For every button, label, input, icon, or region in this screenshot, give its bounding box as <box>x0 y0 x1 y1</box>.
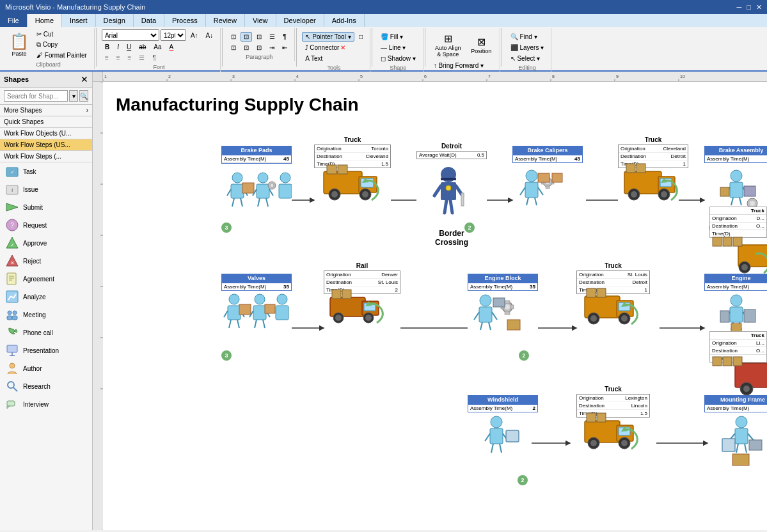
tab-home[interactable]: Home <box>28 14 62 27</box>
underline-button[interactable]: U <box>123 42 134 52</box>
para-align-bl[interactable]: ⊡ <box>228 43 239 52</box>
align-right-button[interactable]: ≡ <box>125 53 135 63</box>
tab-developer[interactable]: Developer <box>276 14 324 27</box>
align-left-button[interactable]: ≡ <box>102 53 112 63</box>
tab-addins[interactable]: Add-Ins <box>324 14 365 27</box>
tab-design[interactable]: Design <box>96 14 134 27</box>
cut-button[interactable]: ✂ Cut <box>33 29 90 39</box>
para-align-tc[interactable]: ⊡ <box>241 32 252 42</box>
shape-item-meeting[interactable]: Meeting <box>0 306 92 324</box>
find-button[interactable]: 🔍 Find ▾ <box>507 32 541 42</box>
para-align-tl[interactable]: ⊡ <box>228 32 239 42</box>
sidebar-item-quick-shapes[interactable]: Quick Shapes <box>0 116 92 128</box>
truck4-shape[interactable] <box>581 408 642 460</box>
shape-item-research[interactable]: Research <box>0 377 92 395</box>
truck4-orig-label: Origination <box>579 395 604 401</box>
shape-item-issue[interactable]: ! Issue <box>0 180 92 198</box>
search-button[interactable]: 🔍 <box>79 90 88 102</box>
bring-forward-button[interactable]: ↑ Bring Forward ▾ <box>431 61 487 70</box>
truck1-shape[interactable] <box>320 159 384 211</box>
tab-review[interactable]: Review <box>206 14 245 27</box>
para-extra[interactable]: ¶ <box>280 32 289 42</box>
text-button[interactable]: A Text <box>302 54 326 63</box>
pointer-tool-button[interactable]: ↖ Pointer Tool ▾ <box>302 32 354 42</box>
canvas-paper[interactable]: Manufacturing Supply Chain Brake Pads As… <box>103 82 767 530</box>
line-button[interactable]: — Line ▾ <box>377 43 409 52</box>
valves-node[interactable]: Valves Assembly Time(M) 35 <box>221 274 292 291</box>
more-shapes-button[interactable]: More Shapes › <box>0 105 92 116</box>
shape-item-approve[interactable]: ✓ Approve <box>0 234 92 252</box>
mounting-frame-shape[interactable] <box>709 414 767 473</box>
shape-item-presentation[interactable]: Presentation <box>0 341 92 359</box>
brake-calipers-shape[interactable] <box>512 168 576 221</box>
valves-shape[interactable] <box>221 293 292 345</box>
fill-button[interactable]: 🪣 Fill ▾ <box>377 32 406 42</box>
shape-item-agreement[interactable]: Agreement <box>0 270 92 288</box>
font-family-select[interactable]: Arial Times New Roman <box>102 29 159 41</box>
font-size-select[interactable]: 12pt. 10pt. 14pt. <box>161 29 186 41</box>
para-align-br[interactable]: ⊡ <box>253 43 265 52</box>
shape-item-author[interactable]: Author <box>0 359 92 377</box>
auto-align-button[interactable]: ⊞ Auto Align & Space <box>431 31 466 59</box>
shape-item-reject[interactable]: ✕ Reject <box>0 252 92 270</box>
sidebar-item-workflow-steps[interactable]: Work Flow Steps (US... <box>0 139 92 151</box>
maximize-btn[interactable]: □ <box>747 3 751 12</box>
italic-button[interactable]: I <box>114 42 122 52</box>
sidebar-item-workflow-steps-2[interactable]: Work Flow Steps (... <box>0 151 92 162</box>
copy-button[interactable]: ⧉ Copy <box>33 40 90 50</box>
changecase-button[interactable]: Aa <box>150 42 164 52</box>
close-btn[interactable]: ✕ <box>756 3 762 12</box>
para-indent-out[interactable]: ⇤ <box>279 43 290 52</box>
windshield-node[interactable]: Windshield Assembly Time(M) 2 <box>468 395 538 412</box>
shape-item-task[interactable]: ✓ Task <box>0 162 92 180</box>
brake-assembly-node[interactable]: Brake Assembly Assembly Time(M) 45 <box>704 146 767 163</box>
detroit-node[interactable]: Detroit Average Wait(D) 0.5 <box>416 143 487 159</box>
layers-button[interactable]: ⬛ Layers ▾ <box>507 43 548 52</box>
shape-item-analyze[interactable]: Analyze <box>0 288 92 306</box>
tab-process[interactable]: Process <box>164 14 206 27</box>
brake-calipers-node[interactable]: Brake Calipers Assembly Time(M) 45 <box>512 146 583 163</box>
para-align-tr[interactable]: ⊡ <box>253 32 265 42</box>
bullet-button[interactable]: ☰ <box>136 53 148 63</box>
select-button[interactable]: ↖ Select ▾ <box>507 54 543 63</box>
brake-pads-node[interactable]: Brake Pads Assembly Time(M) 45 <box>221 146 292 164</box>
truck3-shape[interactable] <box>581 283 642 336</box>
truck2-shape[interactable] <box>621 159 682 211</box>
engine-block-node[interactable]: Engine Block Assembly Time(M) 35 <box>468 274 538 291</box>
search-dropdown-btn[interactable]: ▾ <box>69 90 78 102</box>
align-center-button[interactable]: ≡ <box>113 53 123 63</box>
minimize-btn[interactable]: ─ <box>737 3 742 12</box>
canvas-scroll[interactable]: Manufacturing Supply Chain Brake Pads As… <box>103 82 767 530</box>
para-list[interactable]: ☰ <box>266 32 278 42</box>
shadow-button[interactable]: ◻ Shadow ▾ <box>377 54 419 63</box>
shape-item-submit[interactable]: Submit <box>0 198 92 216</box>
bold-button[interactable]: B <box>102 42 113 52</box>
sidebar-close-icon[interactable]: ✕ <box>81 74 88 84</box>
shape-item-interview[interactable]: Interview <box>0 395 92 413</box>
position-button[interactable]: ⊠ Position <box>467 34 496 56</box>
border-crossing-shape[interactable] <box>416 165 480 224</box>
para-indent-in[interactable]: ⇥ <box>266 43 278 52</box>
sidebar-item-workflow-objects[interactable]: Work Flow Objects (U... <box>0 128 92 139</box>
tool-extra[interactable]: □ <box>356 32 366 42</box>
search-input[interactable] <box>4 90 68 102</box>
font-shrink-button[interactable]: A↓ <box>203 31 217 40</box>
windshield-shape[interactable] <box>471 414 528 467</box>
strikethrough-button[interactable]: ab <box>136 42 149 52</box>
tab-data[interactable]: Data <box>134 14 164 27</box>
engine-block-shape[interactable] <box>468 293 532 345</box>
fontcolor-button[interactable]: A <box>166 42 177 52</box>
brake-pads-shape[interactable] <box>221 168 292 221</box>
para-align-bc[interactable]: ⊡ <box>241 43 252 52</box>
tab-view[interactable]: View <box>245 14 276 27</box>
format-painter-button[interactable]: 🖌 Format Painter <box>33 51 90 60</box>
tab-file[interactable]: File <box>0 14 28 27</box>
connector-button[interactable]: ⤴ Connector ✕ <box>302 43 349 52</box>
text-format-button[interactable]: ¶ <box>149 53 159 63</box>
font-grow-button[interactable]: A↑ <box>187 31 202 40</box>
shape-item-request[interactable]: ? Request <box>0 216 92 234</box>
shape-item-phone-call[interactable]: Phone call <box>0 324 92 341</box>
rail-shape[interactable] <box>327 283 391 336</box>
tab-insert[interactable]: Insert <box>62 14 96 27</box>
paste-button[interactable]: 📋 Paste <box>6 29 32 60</box>
